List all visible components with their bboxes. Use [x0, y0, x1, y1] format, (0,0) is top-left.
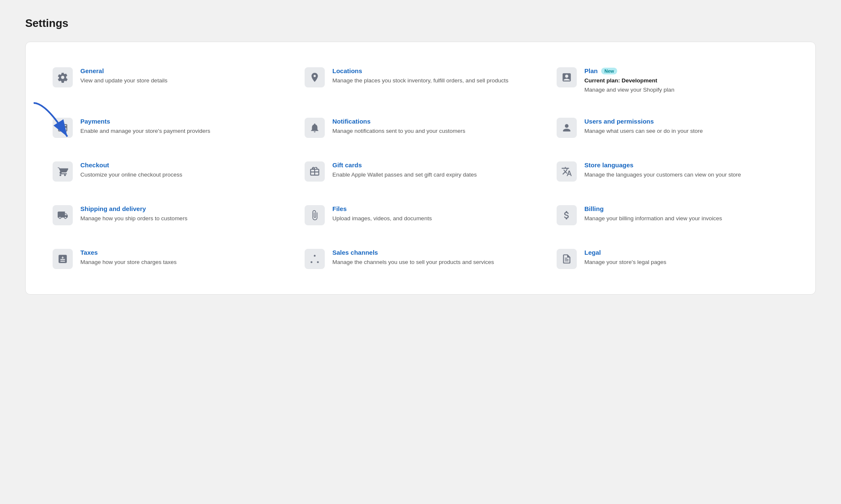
svg-point-2 — [310, 261, 312, 263]
general-title[interactable]: General — [80, 67, 104, 74]
billing-title[interactable]: Billing — [584, 205, 604, 212]
general-desc: View and update your store details — [80, 77, 167, 85]
locations-desc: Manage the places you stock inventory, f… — [332, 77, 508, 85]
settings-item-saleschannels[interactable]: Sales channelsManage the channels you us… — [294, 237, 547, 281]
payments-icon — [53, 118, 73, 138]
checkout-desc: Customize your online checkout process — [80, 171, 182, 179]
files-desc: Upload images, videos, and documents — [332, 214, 432, 223]
settings-item-files[interactable]: FilesUpload images, videos, and document… — [294, 193, 547, 237]
users-title[interactable]: Users and permissions — [584, 118, 654, 125]
saleschannels-title[interactable]: Sales channels — [332, 249, 378, 256]
checkout-title[interactable]: Checkout — [80, 161, 109, 169]
saleschannels-desc: Manage the channels you use to sell your… — [332, 258, 494, 267]
plan-subtitle: Current plan: Development — [584, 77, 674, 84]
payments-title[interactable]: Payments — [80, 118, 110, 125]
settings-item-plan[interactable]: PlanNewCurrent plan: DevelopmentManage a… — [547, 55, 799, 106]
settings-item-payments[interactable]: PaymentsEnable and manage your store's p… — [42, 106, 294, 150]
gear-icon — [53, 67, 73, 87]
bell-icon — [305, 118, 325, 138]
taxes-icon — [53, 249, 73, 269]
taxes-title[interactable]: Taxes — [80, 249, 98, 256]
shipping-title[interactable]: Shipping and delivery — [80, 205, 146, 212]
settings-item-taxes[interactable]: TaxesManage how your store charges taxes — [42, 237, 294, 281]
legal-title[interactable]: Legal — [584, 249, 601, 256]
svg-point-1 — [314, 255, 316, 257]
settings-grid: GeneralView and update your store detail… — [42, 55, 799, 281]
page-title: Settings — [25, 17, 816, 30]
settings-card: GeneralView and update your store detail… — [25, 42, 816, 295]
user-icon — [557, 118, 577, 138]
storelanguages-desc: Manage the languages your customers can … — [584, 171, 741, 179]
legal-icon — [557, 249, 577, 269]
translate-icon — [557, 161, 577, 182]
shipping-desc: Manage how you ship orders to customers — [80, 214, 187, 223]
channels-icon — [305, 249, 325, 269]
files-title[interactable]: Files — [332, 205, 347, 212]
notifications-desc: Manage notifications sent to you and you… — [332, 127, 465, 135]
settings-item-checkout[interactable]: CheckoutCustomize your online checkout p… — [42, 150, 294, 193]
cart-icon — [53, 161, 73, 182]
settings-item-users[interactable]: Users and permissionsManage what users c… — [547, 106, 799, 150]
settings-item-notifications[interactable]: NotificationsManage notifications sent t… — [294, 106, 547, 150]
giftcards-title[interactable]: Gift cards — [332, 161, 362, 169]
settings-item-shipping[interactable]: Shipping and deliveryManage how you ship… — [42, 193, 294, 237]
notifications-title[interactable]: Notifications — [332, 118, 371, 125]
storelanguages-title[interactable]: Store languages — [584, 161, 634, 169]
dollar-icon — [557, 205, 577, 225]
legal-desc: Manage your store's legal pages — [584, 258, 666, 267]
settings-item-billing[interactable]: BillingManage your billing information a… — [547, 193, 799, 237]
plan-badge: New — [601, 68, 618, 74]
settings-item-storelanguages[interactable]: Store languagesManage the languages your… — [547, 150, 799, 193]
settings-item-general[interactable]: GeneralView and update your store detail… — [42, 55, 294, 106]
gift-icon — [305, 161, 325, 182]
paperclip-icon — [305, 205, 325, 225]
settings-item-giftcards[interactable]: Gift cardsEnable Apple Wallet passes and… — [294, 150, 547, 193]
payments-desc: Enable and manage your store's payment p… — [80, 127, 210, 135]
settings-item-legal[interactable]: LegalManage your store's legal pages — [547, 237, 799, 281]
giftcards-desc: Enable Apple Wallet passes and set gift … — [332, 171, 477, 179]
location-icon — [305, 67, 325, 87]
settings-item-locations[interactable]: LocationsManage the places you stock inv… — [294, 55, 547, 106]
billing-desc: Manage your billing information and view… — [584, 214, 722, 223]
plan-title[interactable]: Plan — [584, 67, 598, 74]
truck-icon — [53, 205, 73, 225]
plan-icon — [557, 67, 577, 87]
plan-desc: Manage and view your Shopify plan — [584, 86, 674, 94]
svg-point-3 — [317, 261, 318, 263]
taxes-desc: Manage how your store charges taxes — [80, 258, 177, 267]
users-desc: Manage what users can see or do in your … — [584, 127, 703, 135]
locations-title[interactable]: Locations — [332, 67, 362, 74]
